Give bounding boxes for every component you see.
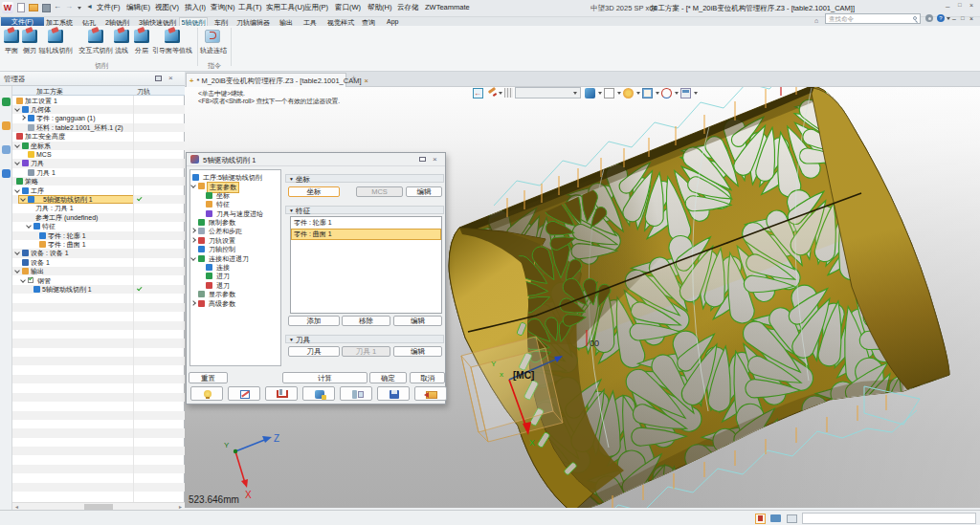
svg-text:Z: Z [274, 433, 279, 444]
svg-text:X: X [529, 438, 535, 448]
svg-text:Y: Y [491, 360, 497, 368]
svg-text:523.646mm: 523.646mm [189, 494, 239, 505]
svg-text:00: 00 [590, 339, 599, 348]
svg-text:x: x [500, 370, 503, 379]
svg-text:[MC]: [MC] [513, 370, 534, 381]
svg-text:X: X [245, 490, 252, 500]
svg-text:Y: Y [224, 441, 230, 449]
